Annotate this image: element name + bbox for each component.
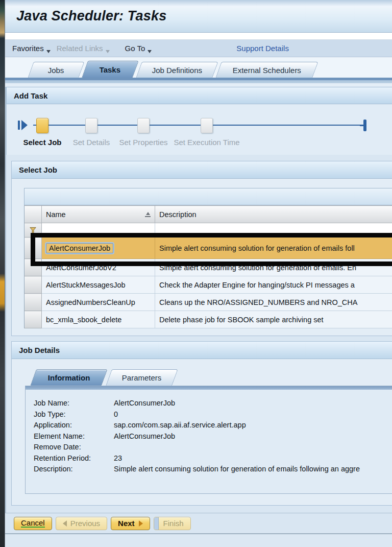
page-title: Java Scheduler: Tasks — [5, 8, 166, 24]
job-name-cell[interactable]: AlertConsumerJob — [46, 243, 113, 253]
wizard-buttons: Cancel Previous Next Finish — [5, 513, 392, 534]
table-row[interactable]: AlertStuckMessagesJob Check the Adapter … — [24, 276, 392, 294]
job-description-cell: Simple alert consuming solution for gene… — [155, 259, 392, 276]
chevron-down-icon — [46, 50, 51, 53]
next-icon — [139, 520, 143, 527]
cancel-button[interactable]: Cancel — [14, 517, 52, 530]
tab-information[interactable]: Information — [30, 369, 108, 386]
field-retention-period: Retention Period: 23 — [34, 453, 392, 464]
row-selector[interactable] — [24, 276, 42, 294]
field-description: Description: Simple alert consuming solu… — [34, 464, 392, 475]
step-set-execution-time-label: Set Execution Time — [174, 138, 239, 147]
step-set-properties-label: Set Properties — [119, 138, 167, 147]
chevron-down-icon — [148, 50, 152, 53]
tab-jobs[interactable]: Jobs — [28, 62, 84, 78]
row-selector[interactable] — [24, 294, 42, 311]
step-set-details-label: Set Details — [73, 138, 110, 147]
job-details-header: Job Details — [12, 342, 392, 359]
content-area: Add Task Select Job Set Details Set Prop… — [5, 87, 392, 513]
support-details-link[interactable]: Support Details — [236, 41, 289, 56]
wizard-roadmap: Select Job Set Details Set Properties Se… — [6, 104, 392, 155]
description-column-header[interactable]: Description — [155, 206, 392, 223]
description-filter-input[interactable] — [155, 223, 392, 237]
next-button[interactable]: Next — [111, 517, 150, 530]
previous-button[interactable]: Previous — [56, 517, 107, 530]
add-task-header: Add Task — [6, 87, 392, 104]
selector-column-header — [24, 206, 42, 223]
field-job-name: Job Name: AlertConsumerJob — [34, 398, 392, 409]
step-select-job-label: Select Job — [23, 138, 61, 147]
name-column-header[interactable]: Name — [42, 206, 155, 223]
tab-tasks[interactable]: Tasks — [82, 61, 139, 78]
job-name-cell[interactable]: AlertStuckMessagesJob — [42, 276, 155, 294]
job-description-cell: Delete phase job for SBOOK sample archiv… — [155, 311, 392, 328]
select-job-header: Select Job — [12, 161, 392, 179]
row-selector[interactable] — [24, 259, 42, 276]
menubar: Favorites Related Links Go To Support De… — [5, 40, 392, 57]
table-row[interactable]: AlertConsumerJob Simple alert consuming … — [24, 237, 392, 259]
table-toolbar — [24, 188, 392, 205]
information-panel: Job Name: AlertConsumerJob Job Type: 0 A… — [25, 386, 392, 494]
footer-area — [5, 534, 392, 547]
row-selector[interactable] — [24, 237, 42, 259]
field-application: Application: sap.com/com.sap.aii.af.serv… — [34, 420, 392, 431]
previous-icon — [63, 520, 67, 527]
background-window-sliver — [0, 0, 5, 547]
tabstrip-underbar — [5, 78, 392, 83]
step-set-execution-time[interactable] — [201, 118, 213, 133]
job-name-cell[interactable]: AssignedNumbersCleanUp — [42, 294, 155, 311]
filter-cell[interactable] — [24, 223, 42, 237]
table-row[interactable]: AlertConsumerJobV2 Simple alert consumin… — [24, 259, 392, 276]
job-details-section: Job Details Information Parameters — [11, 341, 392, 506]
select-job-section: Select Job Name Descripti — [11, 161, 392, 336]
chevron-down-icon — [106, 50, 110, 53]
sort-ascending-icon[interactable] — [145, 212, 151, 217]
menu-related-links[interactable]: Related Links — [54, 41, 113, 56]
tab-external-schedulers[interactable]: External Schedulers — [215, 62, 318, 78]
job-description-cell: Cleans up the NRO/ASSIGNED_NUMBERS and N… — [155, 294, 392, 311]
job-details-tabstrip: Information Parameters — [12, 368, 392, 386]
field-element-name: Element Name: AlertConsumerJob — [34, 431, 392, 442]
job-description-cell: Check the Adapter Engine for hanging/stu… — [155, 276, 392, 294]
main-tabstrip: Jobs Tasks Job Definitions External Sche… — [5, 57, 392, 78]
table-row[interactable]: AssignedNumbersCleanUp Cleans up the NRO… — [24, 294, 392, 311]
row-selector[interactable] — [24, 311, 42, 328]
filter-funnel-icon — [29, 227, 37, 234]
table-header-row: Name Description — [24, 206, 392, 223]
step-select-job[interactable] — [36, 118, 48, 133]
finish-default-indicator — [154, 517, 159, 530]
menu-favorites[interactable]: Favorites — [9, 41, 54, 56]
menu-go-to[interactable]: Go To — [122, 41, 155, 56]
titlebar: Java Scheduler: Tasks — [5, 0, 392, 33]
job-description-cell: Simple alert consuming solution for gene… — [155, 237, 392, 259]
tab-job-definitions[interactable]: Job Definitions — [136, 62, 218, 78]
tab-parameters[interactable]: Parameters — [106, 369, 178, 386]
field-job-type: Job Type: 0 — [34, 409, 392, 420]
jobs-table: Name Description — [24, 205, 392, 328]
roadmap-line — [33, 125, 360, 126]
step-set-details[interactable] — [85, 118, 97, 133]
name-filter-input[interactable] — [42, 223, 155, 237]
job-name-cell[interactable]: bc_xmla_sbook_delete — [42, 311, 155, 328]
filter-row — [24, 223, 392, 237]
step-set-properties[interactable] — [137, 118, 150, 133]
finish-button[interactable]: Finish — [154, 517, 191, 530]
field-remove-date: Remove Date: — [34, 442, 392, 453]
app-window: Java Scheduler: Tasks Favorites Related … — [5, 0, 392, 547]
roadmap-end-icon — [360, 120, 367, 132]
job-name-cell[interactable]: AlertConsumerJobV2 — [42, 259, 155, 276]
title-separator — [5, 33, 392, 40]
roadmap-start-icon — [18, 120, 29, 130]
table-row[interactable]: bc_xmla_sbook_delete Delete phase job fo… — [24, 311, 392, 328]
java-scheduler-screen: Java Scheduler: Tasks Favorites Related … — [0, 0, 392, 547]
